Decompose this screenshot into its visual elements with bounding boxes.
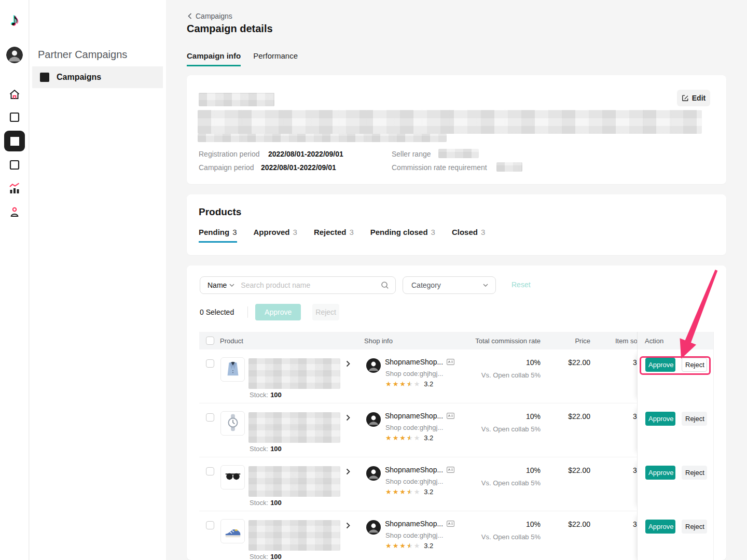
shop-avatar-icon <box>366 412 381 427</box>
expand-chevron-icon[interactable] <box>346 414 350 423</box>
avatar-icon <box>6 47 23 63</box>
seller-range-label: Seller range <box>392 150 431 158</box>
expand-chevron-icon[interactable] <box>346 360 350 369</box>
table-row: Stock:100 ShopnameShop... Shop code:ghjh… <box>199 457 714 511</box>
edit-icon <box>682 94 689 102</box>
campaign-description-redacted-2 <box>198 134 447 142</box>
commission-subtext: Vs. Open collab 5% <box>422 533 541 541</box>
product-image[interactable] <box>220 357 245 382</box>
approve-button[interactable]: Approve <box>645 412 675 426</box>
search-box: Name <box>200 276 396 294</box>
action-cell: Approve Reject <box>637 511 714 560</box>
reject-button[interactable]: Reject <box>682 358 707 372</box>
tab-campaign-info[interactable]: Campaign info <box>187 51 241 66</box>
registration-period-label: Registration period <box>199 150 260 158</box>
stock-line: Stock:100 <box>250 553 282 560</box>
campaign-period-value: 2022/08/01-2022/09/01 <box>261 163 336 172</box>
col-price: Price <box>538 337 590 345</box>
expand-chevron-icon[interactable] <box>346 522 350 531</box>
approve-button[interactable]: Approve <box>645 358 675 372</box>
row-checkbox[interactable] <box>206 359 214 368</box>
star-rating-icons: ★★★★★★ <box>385 381 420 387</box>
item-sold-value: 3 <box>633 412 637 421</box>
bulk-approve-button[interactable]: Approve <box>255 304 301 320</box>
search-input[interactable] <box>240 281 381 290</box>
shop-rating: ★★★★★★ 3.2 <box>385 488 433 496</box>
row-checkbox[interactable] <box>206 413 214 422</box>
tab-rejected[interactable]: Rejected3 <box>314 228 354 243</box>
reject-button[interactable]: Reject <box>682 520 707 534</box>
chevron-down-icon[interactable] <box>229 284 234 287</box>
commission-requirement-label: Commission rate requirement <box>392 163 487 172</box>
bulk-action-row: 0 Selected Approve Reject <box>200 304 339 320</box>
campaigns-module-icon-active[interactable] <box>0 131 29 151</box>
stock-line: Stock:100 <box>250 499 282 507</box>
tab-pending[interactable]: Pending3 <box>199 228 237 243</box>
price: $22.00 <box>531 466 590 474</box>
campaign-period-label: Campaign period <box>199 163 254 172</box>
approve-button[interactable]: Approve <box>645 520 675 534</box>
star-rating-icons: ★★★★★★ <box>385 542 420 549</box>
page: ♪ <box>0 0 747 560</box>
reset-link[interactable]: Reset <box>511 281 531 289</box>
shop-rating: ★★★★★★ 3.2 <box>385 380 433 388</box>
col-product: Product <box>220 337 243 345</box>
registration-period-value: 2022/08/01-2022/09/01 <box>268 150 343 158</box>
products-card: Products Pending3 Approved3 Rejected3 Pe… <box>187 194 726 255</box>
product-status-tabs: Pending3 Approved3 Rejected3 Pending clo… <box>199 228 485 243</box>
tab-closed[interactable]: Closed3 <box>452 228 485 243</box>
product-table: Product Shop info Total commission rate … <box>199 332 714 560</box>
analytics-icon[interactable] <box>0 182 29 195</box>
stock-line: Stock:100 <box>250 445 282 453</box>
shop-avatar-icon <box>366 520 381 535</box>
item-sold-value: 3 <box>633 520 637 528</box>
col-commission: Total commission rate <box>433 337 541 345</box>
commission-rate: 10% <box>422 412 541 421</box>
reject-button[interactable]: Reject <box>682 412 707 426</box>
product-name-redacted <box>248 520 340 551</box>
tab-pending-closed[interactable]: Pending closed3 <box>370 228 435 243</box>
commission-subtext: Vs. Open collab 5% <box>422 371 541 379</box>
home-icon[interactable] <box>0 88 29 101</box>
tab-performance[interactable]: Performance <box>253 51 298 66</box>
row-checkbox[interactable] <box>206 467 214 475</box>
product-image[interactable] <box>220 465 245 489</box>
row-checkbox[interactable] <box>206 521 214 529</box>
shop-rating: ★★★★★★ 3.2 <box>385 434 433 442</box>
breadcrumb[interactable]: Campaigns <box>188 12 232 20</box>
campaign-description-redacted <box>198 110 702 134</box>
product-thumb-icon <box>223 413 243 435</box>
approve-button[interactable]: Approve <box>645 466 675 480</box>
product-thumb-icon <box>223 359 243 381</box>
table-header: Product Shop info Total commission rate … <box>199 332 714 349</box>
shop-avatar-icon <box>366 358 381 373</box>
module-icon-2[interactable] <box>0 159 29 171</box>
sidebar-item-campaigns[interactable]: Campaigns <box>32 66 163 88</box>
action-cell: Approve Reject <box>637 349 714 403</box>
price: $22.00 <box>531 520 590 528</box>
campaigns-square-icon <box>40 73 49 82</box>
reject-button[interactable]: Reject <box>682 466 707 480</box>
search-icon[interactable] <box>381 281 389 289</box>
product-image[interactable] <box>220 519 245 543</box>
tab-approved[interactable]: Approved3 <box>254 228 297 243</box>
product-name-redacted <box>248 412 340 443</box>
category-select[interactable]: Category <box>403 276 496 294</box>
app-rail: ♪ <box>0 0 29 560</box>
expand-chevron-icon[interactable] <box>346 468 350 477</box>
star-rating-icons: ★★★★★★ <box>385 435 420 441</box>
shop-rating: ★★★★★★ 3.2 <box>385 542 433 550</box>
module-icon-1[interactable] <box>0 111 29 123</box>
selected-count: 0 Selected <box>200 308 234 316</box>
user-avatar[interactable] <box>6 47 23 63</box>
search-field-selector[interactable]: Name <box>208 281 227 289</box>
product-image[interactable] <box>220 411 245 436</box>
account-icon[interactable] <box>0 206 29 218</box>
table-row: Stock:100 ShopnameShop... Shop code:ghjh… <box>199 511 714 560</box>
select-all-checkbox[interactable] <box>206 337 214 345</box>
edit-button[interactable]: Edit <box>677 90 710 106</box>
tiktok-logo-icon[interactable]: ♪ <box>0 9 29 30</box>
sidebar: Partner Campaigns Campaigns <box>30 0 166 560</box>
bulk-reject-button[interactable]: Reject <box>312 304 339 320</box>
table-body: Stock:100 ShopnameShop... Shop code:ghjh… <box>199 349 714 560</box>
